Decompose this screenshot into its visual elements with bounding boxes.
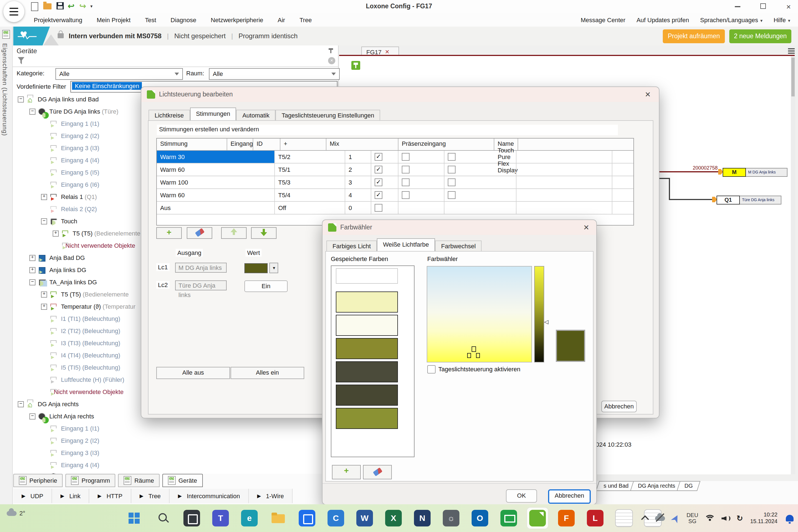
alle-aus-button[interactable]: Alle aus xyxy=(156,367,230,379)
table-row[interactable]: Warm 100 T5/3 3 xyxy=(157,176,633,189)
cell-display-name[interactable] xyxy=(516,202,612,214)
cell-display-name[interactable] xyxy=(516,164,612,176)
checkbox[interactable] xyxy=(402,178,410,186)
slider-marker-icon[interactable]: ◁ xyxy=(544,319,548,325)
cell-praesenzeingang[interactable] xyxy=(444,202,516,214)
taskbar-icon[interactable]: N xyxy=(411,507,433,529)
cell-stimmung[interactable]: Warm 60 xyxy=(157,189,275,201)
checkbox[interactable] xyxy=(375,166,382,173)
dialog-tab[interactable]: Lichtkreise xyxy=(149,110,190,121)
cell-display-name[interactable] xyxy=(516,151,612,163)
cell-stimmung[interactable]: Warm 60 xyxy=(157,164,275,176)
color-swatch[interactable] xyxy=(336,338,398,359)
cell-praesenzeingang[interactable] xyxy=(444,189,516,201)
dialog-close-icon[interactable]: ✕ xyxy=(643,90,652,99)
dialog-tab[interactable]: Weiße Lichtfarbe xyxy=(377,238,435,251)
taskbar-icon[interactable] xyxy=(180,507,203,529)
taskbar-clock[interactable]: 10:2215.11.2024 xyxy=(750,512,778,525)
taskbar-icon[interactable]: L xyxy=(584,507,606,529)
checkbox[interactable] xyxy=(402,153,410,161)
undo-icon[interactable]: ↩ xyxy=(68,1,75,11)
cell-plus[interactable] xyxy=(371,189,398,201)
wifi-icon[interactable] xyxy=(705,515,714,521)
move-up-button[interactable] xyxy=(221,227,247,239)
cell-plus[interactable] xyxy=(371,176,398,188)
cell-praesenzeingang[interactable] xyxy=(444,151,516,163)
expand-box[interactable] xyxy=(41,303,47,309)
checkbox[interactable] xyxy=(402,191,410,199)
cell-plus[interactable] xyxy=(371,202,398,214)
checkbox[interactable] xyxy=(448,166,456,173)
cell-eingang[interactable]: T5/1 xyxy=(275,164,345,176)
table-row[interactable]: Aus Off 0 xyxy=(157,202,633,214)
cell-eingang[interactable]: T5/4 xyxy=(275,189,345,201)
hamburger-menu-button[interactable] xyxy=(3,1,24,22)
panel-tab[interactable]: Peripherie xyxy=(13,474,63,487)
checkbox[interactable] xyxy=(375,191,382,199)
add-color-button[interactable]: + xyxy=(332,465,361,479)
maximize-button[interactable] xyxy=(755,3,772,11)
menu-item[interactable]: Message Center xyxy=(581,17,625,23)
cell-plus[interactable] xyxy=(371,164,398,176)
taskbar-icon[interactable] xyxy=(123,507,145,529)
delete-color-button[interactable] xyxy=(363,465,392,479)
tree-item[interactable]: Eingang 4 (I4) xyxy=(12,459,337,471)
output-block-q1[interactable]: Q1 Türe DG Anja links xyxy=(717,196,781,205)
panel-tab[interactable]: Programm xyxy=(65,474,116,487)
taskbar-icon[interactable] xyxy=(267,507,289,529)
delete-row-button[interactable] xyxy=(187,227,212,239)
saved-colors-list[interactable] xyxy=(331,265,415,457)
panel-tab[interactable]: Räume xyxy=(118,474,159,487)
cell-eingang[interactable]: T5/3 xyxy=(275,176,345,188)
menu-item[interactable]: Netzwerkperipherie xyxy=(211,17,264,23)
sheet-tab[interactable]: DG xyxy=(677,481,701,491)
checkbox[interactable] xyxy=(375,204,382,212)
cell-display-name[interactable] xyxy=(516,189,612,201)
tree-item[interactable]: Eingang 1 (I1) xyxy=(12,422,337,435)
color-gradient-field[interactable] xyxy=(427,266,532,362)
abbrechen-button[interactable]: Abbrechen xyxy=(601,401,637,412)
cell-eingang[interactable]: T5/2 xyxy=(275,151,345,163)
taskbar-icon[interactable] xyxy=(152,507,174,529)
menu-item[interactable]: Tree xyxy=(300,17,312,23)
expand-box[interactable] xyxy=(18,401,24,407)
cell-praesenzeingang[interactable] xyxy=(444,164,516,176)
color-swatch[interactable] xyxy=(336,408,398,429)
menu-item[interactable]: Test xyxy=(145,17,156,23)
expand-box[interactable] xyxy=(30,413,36,419)
cell-mix[interactable] xyxy=(398,164,444,176)
checkbox[interactable] xyxy=(448,178,456,186)
filter-clear-icon[interactable]: × xyxy=(328,57,335,64)
column-header[interactable]: Name Touch Pure Flex Display xyxy=(494,138,514,150)
cell-display-name[interactable] xyxy=(516,176,612,188)
close-button[interactable]: × xyxy=(780,3,797,11)
volume-icon[interactable] xyxy=(722,515,729,522)
open-folder-icon[interactable] xyxy=(43,3,52,10)
log-tab[interactable]: Link xyxy=(52,489,89,503)
tree-item[interactable]: Eingang 2 (I2) xyxy=(12,435,337,446)
pin-icon[interactable] xyxy=(330,48,331,53)
expand-box[interactable] xyxy=(41,218,47,224)
dialog-close-icon[interactable]: ✕ xyxy=(582,223,591,232)
expand-box[interactable] xyxy=(41,194,47,200)
block-code[interactable]: Q1 xyxy=(717,196,740,205)
cell-stimmung[interactable]: Aus xyxy=(157,202,275,214)
cell-id[interactable]: 3 xyxy=(345,176,371,188)
memory-flag-block[interactable]: M M DG Anja links xyxy=(723,168,787,177)
toolbar-overflow-icon[interactable]: ▾ xyxy=(90,4,93,9)
cell-mix[interactable] xyxy=(398,189,444,201)
cell-stimmung[interactable]: Warm 30 xyxy=(157,151,275,163)
cell-id[interactable]: 0 xyxy=(345,202,371,214)
expand-box[interactable] xyxy=(30,255,36,261)
checkbox[interactable] xyxy=(375,178,382,186)
cell-id[interactable]: 2 xyxy=(345,164,371,176)
expand-box[interactable] xyxy=(18,96,24,102)
page-pin-icon[interactable] xyxy=(352,61,360,70)
color-swatch[interactable] xyxy=(336,315,398,336)
cell-mix[interactable] xyxy=(398,176,444,188)
log-tab[interactable]: 1-Wire xyxy=(249,489,293,503)
dialog-tab[interactable]: Farbwechsel xyxy=(435,241,482,252)
kategorie-select[interactable]: Alle xyxy=(55,68,183,80)
sheet-tab[interactable]: s und Bad xyxy=(596,481,636,491)
canvas-vertical-scrollbar[interactable] xyxy=(791,56,795,474)
